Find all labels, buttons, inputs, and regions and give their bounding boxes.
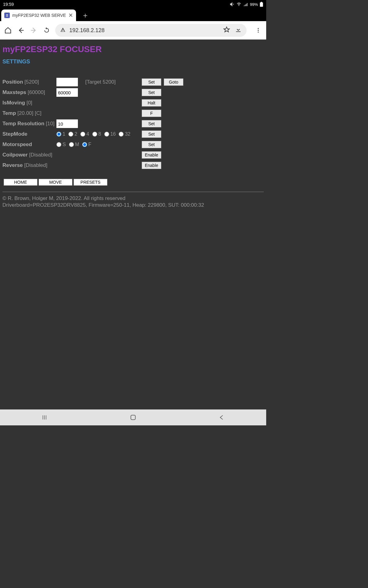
download-icon[interactable] <box>235 26 242 35</box>
footer-status: Driverboard=PRO2ESP32DRV8825, Firmware=2… <box>2 202 264 209</box>
position-input[interactable] <box>56 78 78 86</box>
wifi-icon <box>236 2 241 7</box>
battery-text: 99% <box>250 2 258 7</box>
stepmode-option-2[interactable] <box>68 132 73 137</box>
stepmode-option-16[interactable] <box>104 132 109 137</box>
home-icon[interactable] <box>4 26 12 35</box>
row-motorspeed: Motorspeed SMF Set <box>2 140 264 149</box>
page-content: myFP2ESP32 FOCUSER SETTINGS Position [52… <box>0 40 266 409</box>
motorspeed-label-M: M <box>75 142 79 147</box>
battery-icon <box>260 2 263 7</box>
android-nav-bar <box>0 409 266 425</box>
stepmode-label-1: 1 <box>63 131 65 137</box>
signal-icon <box>243 2 248 7</box>
row-position: Position [5200] [Target 5200] Set Goto <box>2 77 264 87</box>
position-label: Position [5200] <box>2 79 55 85</box>
motorspeed-radios: SMF <box>56 142 140 147</box>
tempres-label: Temp Resolution [10] <box>2 121 55 127</box>
ismoving-label: IsMoving [0] <box>2 100 55 106</box>
stepmode-option-1[interactable] <box>56 132 61 137</box>
back-nav-icon[interactable] <box>218 413 226 421</box>
new-tab-button[interactable]: ＋ <box>76 9 94 21</box>
svg-point-3 <box>258 28 259 29</box>
stepmode-label-4: 4 <box>86 131 89 137</box>
nav-home-button[interactable]: HOME <box>4 179 37 186</box>
status-time: 19:59 <box>3 2 14 7</box>
tab-title: myFP2ESP32 WEB SERVE <box>12 13 66 18</box>
svg-point-5 <box>258 32 259 32</box>
nav-move-button[interactable]: MOVE <box>39 179 72 186</box>
nav-buttons: HOME MOVE PRESETS <box>2 179 264 186</box>
tempres-set-button[interactable]: Set <box>142 120 161 127</box>
position-set-button[interactable]: Set <box>142 78 161 86</box>
back-icon[interactable] <box>17 26 25 35</box>
url-text: 192.168.2.128 <box>69 27 105 34</box>
forward-icon[interactable] <box>29 26 38 35</box>
reverse-enable-button[interactable]: Enable <box>142 162 161 169</box>
browser-url-bar: 192.168.2.128 <box>0 21 266 40</box>
tempres-input[interactable] <box>56 119 78 128</box>
browser-tab[interactable]: myFP2ESP32 WEB SERVE ✕ <box>1 9 76 21</box>
page-title: myFP2ESP32 FOCUSER <box>2 44 264 54</box>
close-icon[interactable]: ✕ <box>68 13 73 18</box>
insecure-icon <box>60 27 66 34</box>
motorspeed-label: Motorspeed <box>2 141 55 148</box>
row-temp: Temp [20.00] [C] F <box>2 108 264 118</box>
stepmode-set-button[interactable]: Set <box>142 130 161 138</box>
home-nav-icon[interactable] <box>129 413 137 421</box>
stepmode-option-8[interactable] <box>92 132 97 137</box>
motorspeed-label-S: S <box>63 142 66 147</box>
row-ismoving: IsMoving [0] Halt <box>2 98 264 108</box>
coilpower-label: Coilpower [Disabled] <box>2 152 55 158</box>
svg-rect-9 <box>131 415 136 420</box>
row-reverse: Reverse [Disabled] Enable <box>2 160 264 170</box>
reverse-label: Reverse [Disabled] <box>2 162 55 168</box>
stepmode-label-8: 8 <box>98 131 101 137</box>
footer-copyright: © R. Brown, Holger M, 2019-2022. All rig… <box>2 195 264 202</box>
separator <box>2 192 264 192</box>
svg-rect-1 <box>260 2 263 7</box>
stepmode-radios: 12481632 <box>56 131 140 137</box>
temp-label: Temp [20.00] [C] <box>2 110 55 116</box>
motorspeed-option-F[interactable] <box>82 142 87 147</box>
footer: © R. Brown, Holger M, 2019-2022. All rig… <box>2 195 264 209</box>
stepmode-option-32[interactable] <box>119 132 124 137</box>
section-title: SETTINGS <box>2 58 264 65</box>
menu-icon[interactable] <box>254 26 263 35</box>
row-coilpower: Coilpower [Disabled] Enable <box>2 150 264 160</box>
stepmode-label-16: 16 <box>110 131 116 137</box>
motorspeed-option-M[interactable] <box>69 142 74 147</box>
stepmode-label: StepMode <box>2 131 55 137</box>
browser-tab-bar: myFP2ESP32 WEB SERVE ✕ ＋ <box>0 9 266 21</box>
coilpower-enable-button[interactable]: Enable <box>142 151 161 159</box>
row-stepmode: StepMode 12481632 Set <box>2 129 264 139</box>
position-target: [Target 5200] <box>85 79 140 85</box>
svg-rect-2 <box>261 2 262 2</box>
stepmode-label-32: 32 <box>125 131 130 137</box>
tab-favicon <box>4 13 10 18</box>
temp-unit-button[interactable]: F <box>142 110 161 117</box>
row-tempres: Temp Resolution [10] Set <box>2 119 264 129</box>
recents-icon[interactable] <box>40 413 48 421</box>
svg-point-0 <box>239 5 239 6</box>
maxsteps-set-button[interactable]: Set <box>142 89 161 96</box>
nav-presets-button[interactable]: PRESETS <box>74 179 107 186</box>
maxsteps-label: Maxsteps [60000] <box>2 89 55 96</box>
halt-button[interactable]: Halt <box>142 99 161 107</box>
row-maxsteps: Maxsteps [60000] Set <box>2 88 264 97</box>
motorspeed-label-F: F <box>88 142 91 147</box>
maxsteps-input[interactable] <box>56 88 78 97</box>
mute-icon <box>230 2 235 7</box>
reload-icon[interactable] <box>42 26 51 35</box>
position-goto-button[interactable]: Goto <box>164 78 183 86</box>
status-icons: 99% <box>230 2 263 7</box>
bookmark-icon[interactable] <box>223 26 230 35</box>
stepmode-label-2: 2 <box>75 131 77 137</box>
svg-point-4 <box>258 30 259 31</box>
android-status-bar: 19:59 99% <box>0 0 266 9</box>
url-input[interactable]: 192.168.2.128 <box>55 24 247 37</box>
motorspeed-set-button[interactable]: Set <box>142 141 161 148</box>
stepmode-option-4[interactable] <box>80 132 85 137</box>
motorspeed-option-S[interactable] <box>56 142 61 147</box>
